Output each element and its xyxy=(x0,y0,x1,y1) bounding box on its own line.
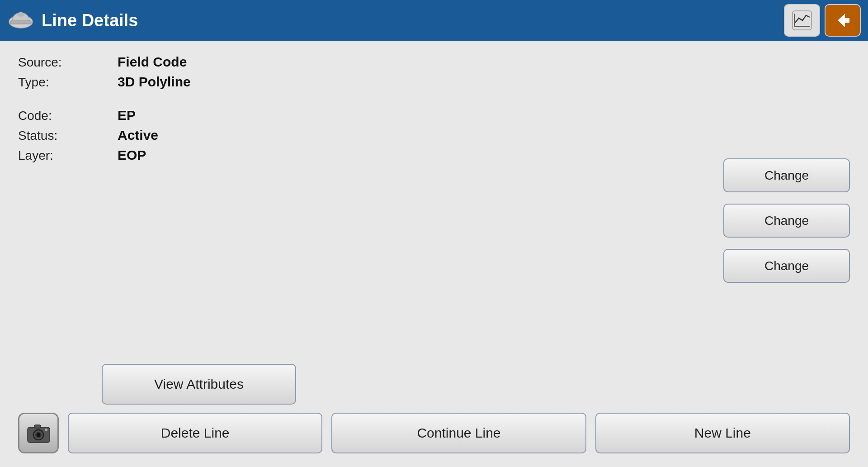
code-label: Code: xyxy=(18,109,118,123)
source-value: Field Code xyxy=(118,54,187,70)
view-attributes-button[interactable]: View Attributes xyxy=(102,364,296,405)
camera-button[interactable] xyxy=(18,413,59,453)
page-title: Line Details xyxy=(42,11,784,30)
view-attributes-row: View Attributes xyxy=(102,364,850,405)
bottom-buttons-row: Delete Line Continue Line New Line xyxy=(18,413,850,453)
source-label: Source: xyxy=(18,55,118,70)
code-value: EP xyxy=(118,108,136,123)
svg-rect-11 xyxy=(34,425,41,428)
delete-line-button[interactable]: Delete Line xyxy=(68,413,322,453)
type-label: Type: xyxy=(18,75,118,90)
back-button[interactable] xyxy=(825,4,861,37)
status-row: Status: Active xyxy=(18,128,850,143)
source-row: Source: Field Code xyxy=(18,54,850,70)
layer-value: EOP xyxy=(118,148,146,163)
continue-line-button[interactable]: Continue Line xyxy=(331,413,586,453)
code-row: Code: EP xyxy=(18,108,850,123)
change-code-button[interactable]: Change xyxy=(723,158,850,192)
status-value: Active xyxy=(118,128,158,143)
svg-point-2 xyxy=(17,12,24,17)
hard-hat-icon xyxy=(7,7,34,34)
new-line-button[interactable]: New Line xyxy=(595,413,850,453)
bottom-area: View Attributes Delete Line Continue Lin… xyxy=(0,355,868,467)
main-content: Source: Field Code Type: 3D Polyline Cod… xyxy=(0,41,868,467)
header-buttons xyxy=(784,4,861,37)
svg-rect-1 xyxy=(10,21,31,24)
svg-point-10 xyxy=(37,433,40,437)
svg-point-12 xyxy=(45,429,47,431)
layer-label: Layer: xyxy=(18,148,118,163)
type-row: Type: 3D Polyline xyxy=(18,74,850,90)
header-bar: Line Details xyxy=(0,0,868,41)
change-layer-button[interactable]: Change xyxy=(723,249,850,283)
chart-button[interactable] xyxy=(784,4,820,37)
change-status-button[interactable]: Change xyxy=(723,204,850,238)
svg-marker-6 xyxy=(838,14,849,27)
type-value: 3D Polyline xyxy=(118,74,191,90)
status-label: Status: xyxy=(18,129,118,143)
